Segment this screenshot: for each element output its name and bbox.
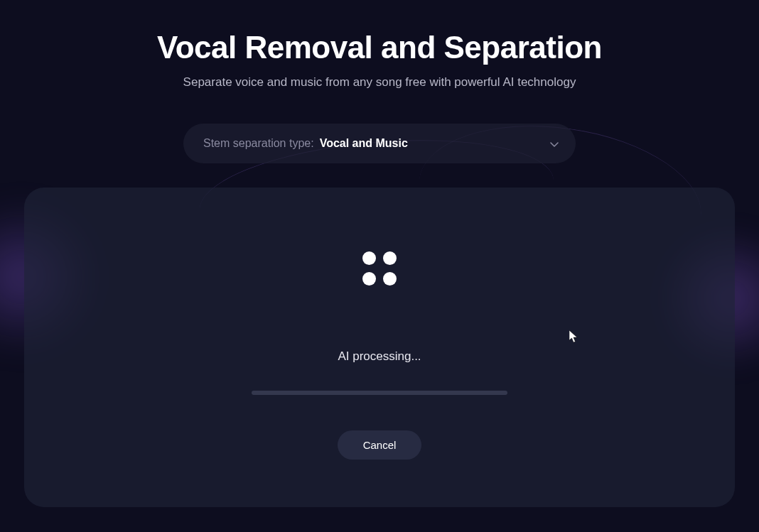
chevron-down-icon bbox=[550, 137, 559, 150]
page-subtitle: Separate voice and music from any song f… bbox=[183, 75, 576, 89]
cancel-button[interactable]: Cancel bbox=[338, 430, 422, 460]
dropdown-value: Vocal and Music bbox=[320, 137, 408, 150]
loading-spinner-icon bbox=[362, 251, 397, 286]
dropdown-label: Stem separation type: bbox=[203, 137, 314, 150]
processing-card: AI processing... Cancel bbox=[24, 188, 735, 507]
page-title: Vocal Removal and Separation bbox=[157, 30, 602, 65]
progress-bar bbox=[252, 391, 507, 395]
separation-type-dropdown[interactable]: Stem separation type: Vocal and Music bbox=[183, 124, 576, 163]
processing-status: AI processing... bbox=[338, 349, 421, 364]
